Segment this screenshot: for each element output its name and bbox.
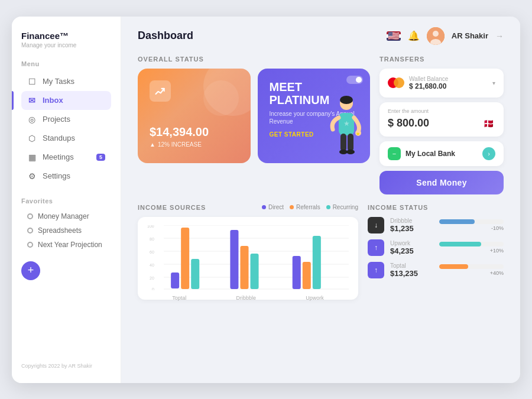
svg-text:80: 80	[150, 237, 154, 241]
meetings-icon: ▦	[27, 153, 37, 162]
status-bar-fill	[439, 264, 468, 269]
svg-rect-25	[171, 273, 179, 288]
flag-circle: 🇩🇰	[481, 116, 495, 131]
standups-icon: ⬡	[27, 134, 37, 143]
status-source-name: Dribbble	[390, 218, 433, 224]
fav-label: Money Manager	[38, 212, 89, 220]
sidebar-item-my-tasks[interactable]: ☐ My Tasks	[21, 72, 111, 91]
favorite-item-spreadsheets[interactable]: Spreadsheets	[21, 223, 111, 238]
favorite-item-money-manager[interactable]: Money Manager	[21, 209, 111, 223]
logo-subtitle: Manage your income	[21, 42, 111, 48]
transfers-label: TRANSFERS	[379, 56, 504, 63]
legend-label: Referrals	[296, 204, 320, 210]
notification-icon[interactable]: 🔔	[408, 30, 420, 41]
income-status-list: ↓ Dribbble $1,235 -10% ↑ Upwork $4,235	[368, 217, 504, 278]
status-bar-track	[439, 242, 504, 246]
sidebar-item-label: Meetings	[43, 153, 74, 161]
svg-text:★: ★	[356, 131, 360, 137]
chart-legend: DirectReferralsRecurring	[262, 204, 358, 210]
status-bar-container: +40%	[439, 264, 504, 276]
status-item-dribbble: ↓ Dribbble $1,235 -10%	[368, 217, 504, 233]
increase-label: 12% INCREASE	[158, 141, 202, 148]
favorite-item-next-year-projection[interactable]: Next Year Projection	[21, 238, 111, 252]
logout-icon[interactable]: →	[495, 31, 504, 41]
status-direction-icon: ↑	[368, 262, 384, 278]
x-label-toptal: Toptal	[172, 295, 186, 301]
legend-item-referrals: Referrals	[290, 204, 320, 210]
status-bar-fill	[439, 219, 475, 224]
toggle-knob	[356, 77, 362, 83]
svg-rect-9	[348, 134, 353, 151]
legend-label: Direct	[268, 204, 284, 210]
amount-row: $ 800.00 🇩🇰	[388, 116, 495, 131]
logo-title: Financee™	[21, 31, 111, 41]
legend-label: Recurring	[333, 204, 358, 210]
status-change: +10%	[439, 248, 504, 254]
status-change: -10%	[439, 225, 504, 231]
legend-item-recurring: Recurring	[326, 204, 358, 210]
send-money-button[interactable]: Send Money	[379, 171, 504, 194]
increase-icon: ▲	[150, 141, 155, 148]
status-info: Dribbble $1,235	[390, 218, 433, 233]
svg-rect-33	[313, 236, 321, 289]
bank-card: − My Local Bank ›	[379, 141, 504, 166]
favorites-label: Favorites	[21, 197, 111, 205]
settings-icon: ⚙	[27, 171, 37, 181]
status-bar-track	[439, 219, 504, 224]
svg-rect-28	[230, 230, 238, 289]
sidebar-item-inbox[interactable]: ✉ Inbox	[21, 91, 111, 110]
svg-rect-29	[240, 246, 248, 289]
status-direction-icon: ↓	[368, 217, 384, 233]
fav-dot	[27, 228, 33, 233]
status-change: +40%	[439, 270, 504, 276]
wallet-label: Wallet Balance	[409, 76, 488, 82]
transfers-section: TRANSFERS Wallet Balance $ 21,680.00 ▾	[379, 56, 504, 194]
svg-text:20: 20	[150, 276, 154, 280]
status-item-toptal: ↑ Toptal $13,235 +40%	[368, 262, 504, 278]
svg-text:40: 40	[150, 263, 154, 267]
income-status-label: INCOME STATUS	[368, 204, 504, 211]
page-title: Dashboard	[138, 30, 193, 42]
status-info: Toptal $13,235	[390, 262, 433, 278]
status-item-upwork: ↑ Upwork $4,235 +10%	[368, 239, 504, 256]
promo-cta-link[interactable]: GET STARTED	[270, 131, 314, 138]
menu-label: Menu	[21, 60, 111, 67]
income-sources-label: INCOME SOURCES	[138, 204, 206, 211]
svg-text:★: ★	[343, 119, 350, 128]
chevron-down-icon[interactable]: ▾	[492, 80, 495, 86]
overall-status-section: OVERALL STATUS $14,394.00	[138, 56, 370, 163]
top-row: OVERALL STATUS $14,394.00	[138, 56, 504, 194]
amount-input-card: Enter the amount $ 800.00 🇩🇰	[379, 102, 504, 137]
bank-icon: −	[388, 147, 401, 160]
amount-value[interactable]: $ 800.00	[388, 117, 429, 129]
promo-toggle[interactable]	[346, 76, 363, 84]
sidebar-item-projects[interactable]: ◎ Projects	[21, 110, 111, 129]
sidebar-item-meetings[interactable]: ▦ Meetings 5	[21, 148, 111, 167]
amount-input-label: Enter the amount	[388, 108, 495, 114]
card-amount: $14,394.00	[150, 125, 239, 139]
legend-item-direct: Direct	[262, 204, 284, 210]
overall-status-label: OVERALL STATUS	[138, 56, 370, 63]
svg-rect-27	[191, 259, 199, 289]
svg-rect-26	[181, 228, 189, 289]
orange-card: $14,394.00 ▲ 12% INCREASE	[138, 69, 251, 163]
card-chart-icon	[150, 80, 171, 102]
legend-dot	[326, 205, 330, 209]
bank-arrow-icon[interactable]: ›	[482, 147, 495, 160]
svg-rect-30	[251, 254, 259, 289]
sidebar-item-standups[interactable]: ⬡ Standups	[21, 129, 111, 148]
app-container: Financee™ Manage your income Menu ☐ My T…	[12, 17, 520, 383]
status-source-name: Toptal	[390, 262, 433, 269]
promo-title-line1: MEET	[270, 80, 359, 93]
x-label-dribbble: Dribbble	[236, 295, 256, 301]
add-button[interactable]: +	[21, 261, 40, 280]
svg-rect-31	[293, 256, 301, 289]
sidebar-item-settings[interactable]: ⚙ Settings	[21, 167, 111, 186]
svg-point-1	[433, 31, 439, 37]
mastercard-icon	[388, 77, 404, 88]
status-bar-track	[439, 264, 504, 269]
sidebar-nav: ☐ My Tasks ✉ Inbox ◎ Projects ⬡ Standups…	[21, 72, 111, 186]
wallet-balance-card: Wallet Balance $ 21,680.00 ▾	[379, 69, 504, 98]
user-name: AR Shakir	[452, 31, 488, 40]
sidebar-item-label: My Tasks	[43, 77, 74, 86]
